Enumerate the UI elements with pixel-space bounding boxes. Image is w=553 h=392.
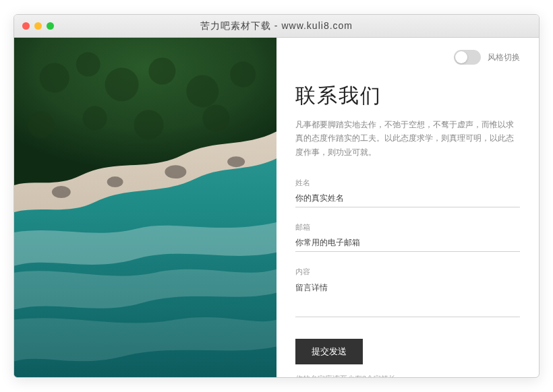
theme-toggle-label: 风格切换: [488, 52, 520, 63]
svg-point-8: [83, 106, 107, 130]
field-name: 姓名: [295, 178, 520, 207]
svg-point-10: [202, 104, 229, 131]
theme-toggle[interactable]: [454, 50, 481, 65]
close-icon[interactable]: [22, 22, 30, 30]
toggle-knob-icon: [455, 51, 467, 63]
field-message: 内容: [295, 267, 520, 320]
svg-point-14: [227, 156, 245, 167]
maximize-icon[interactable]: [47, 22, 54, 30]
submit-button[interactable]: 提交发送: [295, 339, 363, 364]
message-input[interactable]: [295, 280, 520, 317]
email-label: 邮箱: [295, 222, 520, 232]
body: 风格切换 联系我们 凡事都要脚踏实地去作，不弛于空想，不骛于虚声，而惟以求真的态…: [14, 38, 539, 377]
svg-point-11: [52, 186, 71, 198]
svg-point-3: [105, 68, 139, 102]
name-input[interactable]: [295, 191, 520, 207]
form-panel: 风格切换 联系我们 凡事都要脚踏实地去作，不弛于空想，不骛于虚声，而惟以求真的态…: [276, 38, 539, 377]
svg-point-13: [165, 165, 186, 178]
titlebar: 苦力吧素材下载 - www.kuli8.com: [14, 15, 539, 38]
svg-point-6: [230, 62, 256, 88]
field-email: 邮箱: [295, 222, 520, 252]
hero-image: [14, 38, 276, 377]
window-title: 苦力吧素材下载 - www.kuli8.com: [14, 20, 539, 32]
svg-point-1: [40, 63, 69, 93]
app-window: 苦力吧素材下载 - www.kuli8.com: [13, 14, 540, 378]
email-input[interactable]: [295, 235, 520, 252]
svg-point-12: [107, 176, 123, 187]
svg-point-2: [76, 53, 100, 77]
validation-hint: 你的名字应该至少有3个字符长。: [295, 374, 520, 377]
svg-point-5: [186, 75, 219, 108]
topbar: 风格切换: [295, 50, 520, 65]
minimize-icon[interactable]: [34, 22, 42, 30]
page-description: 凡事都要脚踏实地去作，不弛于空想，不骛于虚声，而惟以求真的态度作踏实的工夫。以此…: [295, 118, 520, 159]
message-label: 内容: [295, 267, 520, 277]
window-controls: [22, 22, 54, 30]
svg-point-9: [134, 110, 164, 139]
svg-point-7: [28, 111, 55, 138]
svg-point-4: [148, 58, 175, 85]
name-label: 姓名: [295, 178, 520, 188]
page-title: 联系我们: [295, 82, 520, 110]
